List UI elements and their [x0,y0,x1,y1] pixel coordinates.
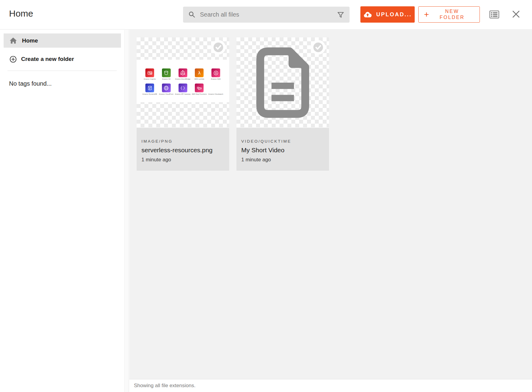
top-toolbar: Home UPLOAD... + NEW FOLDER [0,0,532,30]
aws-service-label: Amazon S3 [162,78,170,80]
upload-button[interactable]: UPLOAD... [360,6,415,23]
aws-service-thumb: AWS Step Functions [191,84,207,95]
file-card[interactable]: Amazon CognitoAmazon S3Amazon EventBridg… [137,37,229,171]
circle-plus-icon [9,55,17,63]
aws-service-label: Amazon Cloudwatch [208,93,223,95]
file-thumbnail: Amazon CognitoAmazon S3Amazon EventBridg… [137,37,229,128]
file-mime-type: IMAGE/PNG [141,139,224,144]
generic-file-icon [252,45,313,120]
aws-service-icon: λ [195,68,204,77]
search-icon [188,11,196,19]
close-button[interactable] [511,9,521,19]
file-thumbnail [236,37,329,128]
sidebar-divider [8,71,117,71]
aws-service-icon [179,84,187,92]
new-folder-button[interactable]: + NEW FOLDER [418,6,480,23]
file-name: serverless-resources.png [141,147,224,154]
create-folder-label: Create a new folder [21,56,74,62]
aws-service-label: Amazon API Gateway [175,93,191,95]
aws-service-thumb: Amazon Cognito [141,68,158,80]
aws-service-label: AWS Lambda [194,78,204,80]
aws-service-label: Amazon DynamoDB [142,93,157,95]
sidebar-item-create-folder[interactable]: Create a new folder [0,52,125,66]
aws-service-icon [162,84,171,92]
filter-icon[interactable] [337,11,345,19]
search-input[interactable] [200,11,337,18]
aws-service-label: Amazon SQS [211,78,220,80]
page-title: Home [9,8,33,19]
aws-service-thumb: λAWS Lambda [191,68,207,80]
status-bar: Showing all file extensions. [129,379,532,392]
sidebar-item-home[interactable]: Home [4,33,121,48]
aws-service-label: Amazon EventBridge [175,78,191,80]
aws-service-thumb: Amazon EventBridge [175,68,191,80]
aws-service-icon [145,84,154,92]
aws-service-label: Amazon CloudFront [159,93,173,95]
aws-service-icon [179,68,187,77]
file-timestamp: 1 minute ago [141,157,224,163]
file-mime-type: VIDEO/QUICKTIME [241,139,324,144]
home-icon [9,37,17,44]
aws-service-label: AWS Step Functions [192,93,207,95]
select-check-icon[interactable] [311,40,325,55]
aws-service-icon [195,84,204,92]
aws-service-icon [211,68,220,77]
aws-service-thumb: Amazon API Gateway [175,84,191,95]
file-name: My Short Video [241,147,324,154]
file-browser-area: Amazon CognitoAmazon S3Amazon EventBridg… [129,30,532,392]
sidebar-home-label: Home [22,37,38,44]
file-grid: Amazon CognitoAmazon S3Amazon EventBridg… [137,37,329,171]
upload-cloud-icon [363,11,372,18]
sidebar: Home Create a new folder No tags found..… [0,30,125,392]
no-tags-text: No tags found... [9,80,125,87]
status-text: Showing all file extensions. [134,383,195,389]
aws-service-icon [145,68,154,77]
aws-service-label: Amazon Cognito [144,78,156,80]
file-timestamp: 1 minute ago [241,157,324,163]
aws-service-icon [162,68,171,77]
aws-service-thumb: Amazon SQS [207,68,224,80]
aws-service-thumb: Amazon DynamoDB [141,84,158,95]
svg-text:λ: λ [198,70,201,75]
select-check-icon[interactable] [211,40,226,55]
list-view-icon [489,9,500,20]
plus-icon: + [424,10,429,19]
upload-label: UPLOAD... [376,11,412,18]
file-card[interactable]: VIDEO/QUICKTIME My Short Video 1 minute … [236,37,329,171]
sidebar-gutter [125,30,129,392]
aws-service-thumb: Amazon CloudFront [158,84,175,95]
aws-service-thumb: Amazon Cloudwatch [207,84,224,95]
new-folder-label: NEW FOLDER [429,8,475,21]
close-icon [511,9,521,19]
list-view-toggle-button[interactable] [489,9,500,20]
aws-service-thumb: Amazon S3 [158,68,175,80]
search-box[interactable] [183,7,350,23]
